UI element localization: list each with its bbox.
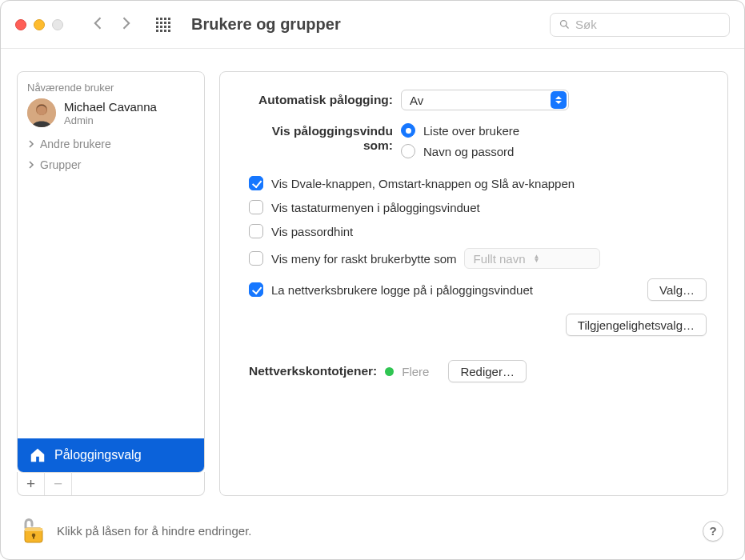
radio-icon	[401, 123, 415, 138]
close-window-button[interactable]	[15, 19, 26, 30]
network-server-label: Nettverkskontotjener:	[249, 364, 377, 378]
check-label: La nettverksbrukere logge på i pålogging…	[271, 283, 533, 297]
network-options-button[interactable]: Valg…	[647, 278, 707, 301]
check-label: Vis Dvale-knappen, Omstart-knappen og Sl…	[271, 177, 575, 190]
back-button[interactable]	[87, 12, 110, 37]
updown-arrows-icon	[551, 91, 567, 109]
check-fast-user-switching[interactable]: Vis meny for raskt brukerbytte som	[249, 251, 456, 266]
check-fast-user-switching-row: Vis meny for raskt brukerbytte som Fullt…	[249, 248, 707, 269]
network-server-status: Flere	[402, 365, 429, 378]
lock-hint-text: Klikk på låsen for å hindre endringer.	[57, 524, 251, 538]
check-label: Vis passordhint	[271, 225, 353, 238]
sidebar-column: Nåværende bruker	[17, 71, 205, 496]
chevron-right-icon	[27, 140, 35, 148]
sidebar-group-other-users[interactable]: Andre brukere	[18, 134, 204, 154]
check-show-buttons[interactable]: Vis Dvale-knappen, Omstart-knappen og Sl…	[249, 176, 707, 190]
chevron-right-icon	[27, 161, 35, 169]
auto-login-select[interactable]: Av	[401, 90, 569, 110]
panels: Nåværende bruker	[17, 71, 728, 496]
checkbox-icon	[249, 251, 263, 266]
user-text: Michael Cavanna Admin	[64, 100, 157, 126]
body: Nåværende bruker	[1, 49, 744, 559]
checkbox-icon	[249, 224, 263, 238]
edit-network-server-button[interactable]: Rediger…	[448, 360, 527, 382]
radio-icon	[401, 144, 415, 158]
accessibility-options-button[interactable]: Tilgjengelighetsvalg…	[566, 314, 707, 336]
add-user-button[interactable]: +	[18, 472, 45, 495]
svg-rect-6	[25, 528, 42, 531]
forward-button[interactable]	[114, 12, 137, 37]
svg-point-0	[561, 21, 567, 27]
lock-button[interactable]	[22, 515, 46, 546]
check-network-users-row: La nettverksbrukere logge på i pålogging…	[249, 278, 707, 301]
user-role: Admin	[64, 114, 157, 126]
login-window-label: Vis påloggingsvindu som:	[249, 123, 393, 153]
status-dot-icon	[385, 367, 394, 376]
main-panel: Automatisk pålogging: Av Vis påloggingsv…	[219, 71, 728, 496]
search-placeholder: Søk	[575, 18, 597, 31]
radio-label: Navn og passord	[423, 145, 514, 158]
login-window-row: Vis påloggingsvindu som: Liste over bruk…	[249, 123, 707, 158]
fast-switch-select[interactable]: Fullt navn ▲▼	[464, 248, 600, 269]
check-keyboard-menu[interactable]: Vis tastaturmenyen i påloggingsvinduet	[249, 200, 707, 214]
radio-list-of-users[interactable]: Liste over brukere	[401, 123, 519, 138]
group-label: Andre brukere	[40, 138, 111, 150]
group-label: Grupper	[40, 158, 81, 171]
checkbox-icon	[249, 176, 263, 190]
add-remove-bar: + −	[17, 472, 205, 496]
auto-login-label: Automatisk pålogging:	[249, 93, 393, 107]
users-sidebar: Nåværende bruker	[17, 71, 205, 473]
svg-point-4	[37, 106, 46, 115]
current-user-section-label: Nåværende bruker	[18, 77, 204, 95]
search-field[interactable]: Søk	[550, 13, 730, 37]
login-window-radios: Liste over brukere Navn og passord	[401, 123, 519, 158]
window-title: Brukere og grupper	[191, 15, 550, 34]
avatar	[27, 98, 56, 127]
show-all-prefs-button[interactable]	[153, 14, 174, 35]
radio-label: Liste over brukere	[423, 124, 519, 138]
login-options-label: Påloggingsvalg	[54, 448, 142, 462]
options-checkboxes: Vis Dvale-knappen, Omstart-knappen og Sl…	[249, 176, 707, 301]
check-network-users[interactable]: La nettverksbrukere logge på i pålogging…	[249, 282, 533, 297]
titlebar: Brukere og grupper Søk	[1, 1, 744, 49]
user-name: Michael Cavanna	[64, 100, 157, 114]
updown-arrows-icon: ▲▼	[534, 254, 540, 262]
fast-switch-value: Fullt navn	[473, 252, 525, 266]
users-list: Nåværende bruker	[18, 72, 204, 438]
login-options-row[interactable]: Påloggingsvalg	[18, 438, 204, 472]
check-label: Vis meny for raskt brukerbytte som	[271, 252, 456, 266]
network-server-row: Nettverkskontotjener: Flere Rediger…	[249, 360, 707, 382]
preferences-window: Brukere og grupper Søk Nåværende bruker	[0, 0, 745, 560]
auto-login-value: Av	[410, 94, 423, 107]
help-button[interactable]: ?	[703, 521, 723, 542]
house-icon	[29, 446, 46, 464]
zoom-window-button[interactable]	[52, 19, 63, 30]
window-controls	[15, 19, 63, 30]
radio-name-password[interactable]: Navn og passord	[401, 144, 519, 158]
current-user-row[interactable]: Michael Cavanna Admin	[18, 95, 204, 134]
remove-user-button[interactable]: −	[45, 472, 72, 495]
accessibility-row: Tilgjengelighetsvalg…	[249, 314, 707, 336]
check-password-hint[interactable]: Vis passordhint	[249, 224, 707, 238]
nav-buttons	[87, 12, 137, 37]
check-label: Vis tastaturmenyen i påloggingsvinduet	[271, 201, 480, 214]
svg-line-1	[566, 26, 568, 28]
svg-rect-8	[33, 535, 34, 539]
footer: Klikk på låsen for å hindre endringer. ?	[17, 515, 728, 546]
auto-login-row: Automatisk pålogging: Av	[249, 90, 707, 110]
minimize-window-button[interactable]	[34, 19, 45, 30]
checkbox-icon	[249, 282, 263, 297]
checkbox-icon	[249, 200, 263, 214]
unlocked-padlock-icon	[22, 515, 46, 544]
sidebar-group-groups[interactable]: Grupper	[18, 154, 204, 175]
